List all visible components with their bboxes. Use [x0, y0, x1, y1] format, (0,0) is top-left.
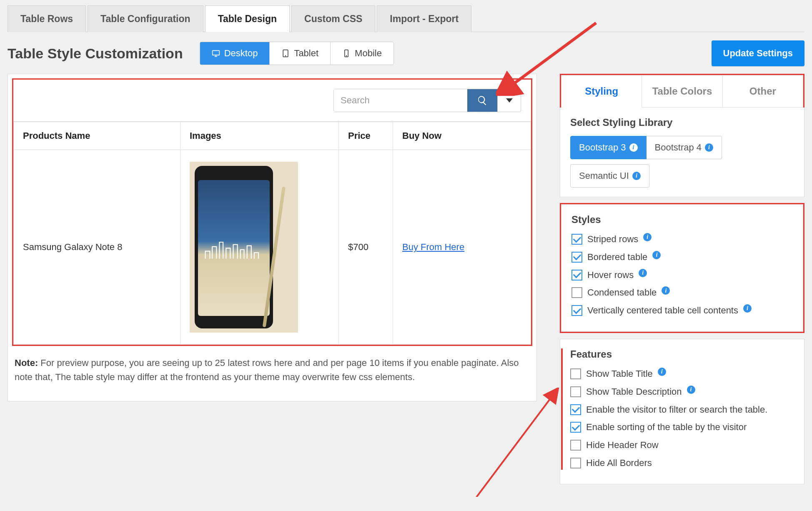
- checkbox-hide-borders[interactable]: [570, 458, 581, 468]
- annotation-arrow-icon: [456, 388, 561, 497]
- library-semantic-label: Semantic UI: [579, 170, 629, 181]
- library-bootstrap4-label: Bootstrap 4: [655, 142, 702, 153]
- sub-tab-table-colors[interactable]: Table Colors: [642, 75, 722, 108]
- checkbox-hide-header[interactable]: [570, 440, 581, 451]
- label-hide-header: Hide Header Row: [586, 439, 659, 452]
- col-products-name[interactable]: Products Name: [14, 122, 180, 150]
- search-input[interactable]: [334, 89, 467, 112]
- label-striped-rows: Striped rows: [587, 233, 638, 246]
- label-show-description: Show Table Description: [586, 386, 682, 398]
- tab-table-rows[interactable]: Table Rows: [8, 5, 86, 32]
- library-bootstrap3-label: Bootstrap 3: [579, 142, 626, 153]
- preview-panel: Products Name Images Price Buy Now Samsu…: [8, 74, 537, 401]
- svg-line-6: [465, 396, 552, 497]
- info-icon[interactable]: i: [632, 172, 641, 180]
- search-options-toggle[interactable]: [497, 89, 521, 112]
- note-text: For preview purpose, you are seeing up t…: [15, 358, 519, 382]
- info-icon[interactable]: i: [662, 286, 670, 295]
- chevron-down-icon: [506, 98, 513, 103]
- svg-point-2: [286, 55, 286, 56]
- search-button[interactable]: [467, 89, 497, 112]
- device-mobile-button[interactable]: Mobile: [331, 42, 393, 65]
- cell-product-name: Samsung Galaxy Note 8: [14, 150, 180, 345]
- label-bordered-table: Bordered table: [587, 251, 647, 264]
- library-section: Select Styling Library Bootstrap 3 i Boo…: [560, 108, 804, 197]
- info-icon[interactable]: i: [705, 143, 713, 152]
- sub-tab-other[interactable]: Other: [723, 75, 803, 108]
- info-icon[interactable]: i: [652, 251, 661, 259]
- label-show-title: Show Table Title: [586, 368, 653, 381]
- buy-link[interactable]: Buy From Here: [402, 242, 464, 252]
- info-icon[interactable]: i: [658, 368, 666, 376]
- tab-import-export[interactable]: Import - Export: [377, 5, 471, 32]
- label-condensed-table: Condensed table: [587, 286, 657, 299]
- label-vertically-centered: Vertically centered table cell contents: [587, 304, 738, 317]
- info-icon[interactable]: i: [743, 304, 752, 313]
- style-sub-tabs: Styling Table Colors Other: [561, 75, 803, 108]
- library-semantic-ui[interactable]: Semantic UI i: [570, 164, 649, 188]
- col-images[interactable]: Images: [180, 122, 339, 150]
- sub-tab-styling[interactable]: Styling: [561, 75, 642, 108]
- device-desktop-label: Desktop: [224, 48, 258, 59]
- mobile-icon: [342, 49, 351, 58]
- checkbox-condensed-table[interactable]: [571, 287, 582, 298]
- checkbox-enable-sort[interactable]: [570, 422, 581, 433]
- device-desktop-button[interactable]: Desktop: [200, 42, 270, 65]
- label-hide-borders: Hide All Borders: [586, 457, 652, 470]
- preview-note: Note: For preview purpose, you are seein…: [12, 346, 532, 384]
- info-icon[interactable]: i: [629, 143, 638, 152]
- tab-table-design[interactable]: Table Design: [205, 5, 290, 32]
- label-enable-sort: Enable sorting of the table by the visit…: [586, 421, 747, 434]
- label-hover-rows: Hover rows: [587, 269, 634, 282]
- col-price[interactable]: Price: [339, 122, 393, 150]
- checkbox-vertically-centered[interactable]: [571, 305, 582, 316]
- info-icon[interactable]: i: [687, 386, 695, 394]
- checkbox-show-title[interactable]: [570, 368, 581, 379]
- library-heading: Select Styling Library: [570, 117, 794, 128]
- main-tabs: Table Rows Table Configuration Table Des…: [8, 5, 804, 32]
- svg-point-4: [346, 55, 347, 56]
- update-settings-button[interactable]: Update Settings: [712, 40, 804, 66]
- info-icon[interactable]: i: [643, 233, 652, 241]
- info-icon[interactable]: i: [639, 269, 647, 277]
- tab-custom-css[interactable]: Custom CSS: [291, 5, 375, 32]
- col-buy-now[interactable]: Buy Now: [393, 122, 531, 150]
- label-enable-filter: Enable the visitor to filter or search t…: [586, 403, 767, 416]
- page-title: Table Style Customization: [8, 45, 183, 62]
- search-icon: [477, 95, 488, 106]
- features-heading: Features: [570, 348, 794, 360]
- cell-price: $700: [339, 150, 393, 345]
- checkbox-enable-filter[interactable]: [570, 404, 581, 415]
- device-tablet-label: Tablet: [294, 48, 318, 59]
- device-toggle-group: Desktop Tablet Mobile: [200, 42, 394, 65]
- checkbox-bordered-table[interactable]: [571, 252, 582, 263]
- styles-heading: Styles: [571, 214, 793, 225]
- checkbox-show-description[interactable]: [570, 386, 581, 397]
- features-section: Features Show Table Titlei Show Table De…: [560, 339, 804, 484]
- desktop-icon: [212, 49, 220, 58]
- checkbox-striped-rows[interactable]: [571, 234, 582, 245]
- device-tablet-button[interactable]: Tablet: [270, 42, 331, 65]
- styles-section: Styles Striped rowsi Bordered tablei Hov…: [561, 204, 803, 332]
- note-label: Note:: [15, 358, 38, 368]
- preview-table: Products Name Images Price Buy Now Samsu…: [13, 122, 531, 345]
- library-bootstrap3[interactable]: Bootstrap 3 i: [570, 136, 647, 159]
- svg-rect-0: [212, 50, 219, 55]
- search-group: [333, 89, 521, 112]
- tab-table-configuration[interactable]: Table Configuration: [88, 5, 203, 32]
- library-bootstrap4[interactable]: Bootstrap 4 i: [647, 136, 722, 159]
- cell-image: [180, 150, 339, 345]
- tablet-icon: [281, 49, 290, 58]
- table-row: Samsung Galaxy Note 8: [14, 150, 531, 345]
- checkbox-hover-rows[interactable]: [571, 270, 582, 281]
- device-mobile-label: Mobile: [355, 48, 382, 59]
